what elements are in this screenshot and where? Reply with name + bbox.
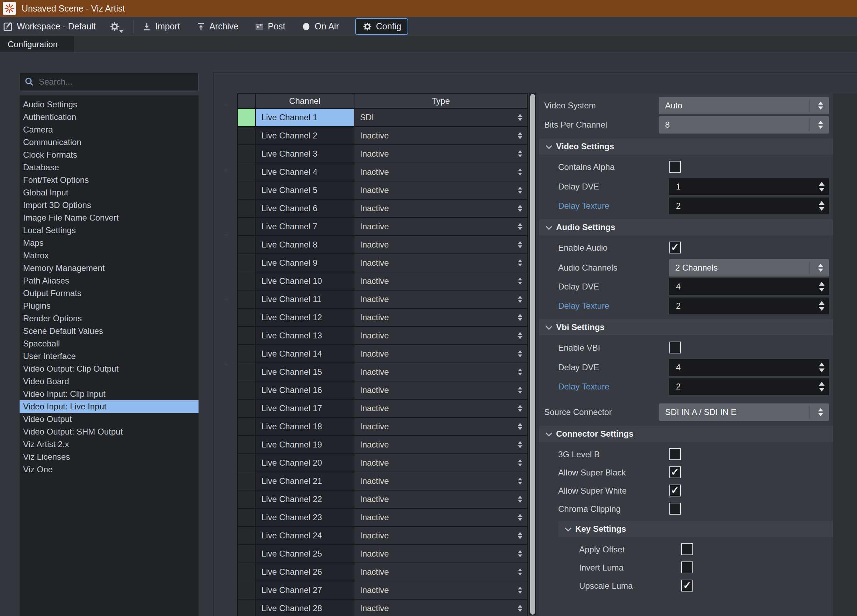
section-header-vbi-settings[interactable]: Vbi Settings [539,319,834,335]
workspace-button[interactable]: Workspace - Default [3,21,96,32]
sidebar-item[interactable]: Viz Licenses [20,450,198,463]
post-button[interactable]: Post [254,21,285,31]
allow-super-white-checkbox[interactable] [669,484,681,497]
table-scrollbar[interactable] [530,94,535,614]
type-select[interactable]: SDI [354,109,527,126]
sidebar-item[interactable]: Viz One [20,463,198,476]
upscale-luma-checkbox[interactable] [681,580,693,591]
video-system-dropdown[interactable]: Auto [659,97,829,115]
type-select[interactable]: Inactive [354,309,527,326]
channel-cell[interactable]: Live Channel 4 [256,163,354,181]
chroma-clipping-checkbox[interactable] [669,503,681,515]
import-button[interactable]: Import [142,21,180,31]
tab-configuration[interactable]: Configuration [0,36,74,53]
type-select[interactable]: Inactive [354,272,527,290]
channel-cell[interactable]: Live Channel 6 [256,200,354,217]
sidebar-item[interactable]: Communication [20,136,198,149]
channel-cell[interactable]: Live Channel 18 [256,418,354,435]
sidebar-item[interactable]: Audio Settings [20,98,198,111]
type-select[interactable]: Inactive [354,345,527,362]
channel-cell[interactable]: Live Channel 5 [256,181,354,199]
channel-cell[interactable]: Live Channel 27 [256,581,354,599]
sidebar-item[interactable]: Render Options [20,312,198,325]
type-select[interactable]: Inactive [354,163,527,181]
channel-cell[interactable]: Live Channel 3 [256,145,354,163]
delay-dve-spinner[interactable]: 4 [669,359,829,376]
sidebar-item[interactable]: Clock Formats [20,149,198,161]
sidebar-item[interactable]: Path Aliases [20,274,198,287]
delay-dve-spinner[interactable]: 1 [669,178,829,195]
config-button[interactable]: Config [355,18,408,35]
section-header-audio-settings[interactable]: Audio Settings [539,219,834,235]
type-select[interactable]: Inactive [354,436,527,453]
channel-cell[interactable]: Live Channel 28 [256,600,354,616]
channel-cell[interactable]: Live Channel 13 [256,327,354,344]
channel-cell[interactable]: Live Channel 24 [256,527,354,544]
channel-cell[interactable]: Live Channel 8 [256,236,354,254]
sidebar-item[interactable]: Import 3D Options [20,199,198,212]
allow-super-black-checkbox[interactable] [669,466,681,478]
sidebar-item-selected[interactable]: Video Input: Live Input [20,400,198,413]
type-select[interactable]: Inactive [354,472,527,490]
splitter-handle[interactable] [225,105,227,384]
sidebar-item[interactable]: Global Input [20,186,198,199]
channel-cell[interactable]: Live Channel 22 [256,491,354,508]
search-input[interactable] [39,77,194,87]
channel-cell[interactable]: Live Channel 17 [256,399,354,417]
workspace-settings-button[interactable] [109,21,124,32]
channel-cell[interactable]: Live Channel 12 [256,309,354,326]
channel-cell[interactable]: Live Channel 2 [256,127,354,144]
section-header-video-settings[interactable]: Video Settings [539,138,834,155]
channel-cell[interactable]: Live Channel 21 [256,472,354,490]
channel-cell[interactable]: Live Channel 7 [256,218,354,235]
type-select[interactable]: Inactive [354,291,527,308]
sidebar-item[interactable]: Camera [20,124,198,136]
sidebar-item[interactable]: Video Output [20,413,198,426]
type-select[interactable]: Inactive [354,545,527,562]
3g-level-b-checkbox[interactable] [669,448,681,460]
channel-cell[interactable]: Live Channel 11 [256,291,354,308]
type-select[interactable]: Inactive [354,254,527,272]
audio-channels-dropdown[interactable]: 2 Channels [669,259,829,277]
section-header-connector-settings[interactable]: Connector Settings [539,426,834,442]
enable-vbi-checkbox[interactable] [669,342,681,353]
channel-cell[interactable]: Live Channel 9 [256,254,354,272]
type-select[interactable]: Inactive [354,236,527,254]
sidebar-item[interactable]: Memory Management [20,262,198,274]
sidebar-item[interactable]: Local Settings [20,224,198,237]
type-select[interactable]: Inactive [354,509,527,526]
sidebar-item[interactable]: Plugins [20,300,198,312]
channel-cell[interactable]: Live Channel 23 [256,509,354,526]
archive-button[interactable]: Archive [196,21,238,31]
channel-cell[interactable]: Live Channel 26 [256,563,354,581]
on-air-button[interactable]: On Air [301,21,339,31]
type-select[interactable]: Inactive [354,381,527,399]
sidebar-item[interactable]: Scene Default Values [20,325,198,337]
bits-per-channel-dropdown[interactable]: 8 [659,116,829,133]
type-select[interactable]: Inactive [354,363,527,381]
type-select[interactable]: Inactive [354,327,527,344]
sidebar-item[interactable]: User Interface [20,350,198,362]
sidebar-item[interactable]: Video Output: SHM Output [20,426,198,438]
channel-cell[interactable]: Live Channel 16 [256,381,354,399]
sidebar-item[interactable]: Image File Name Convert [20,212,198,224]
sidebar-item[interactable]: Matrox [20,249,198,262]
channel-cell[interactable]: Live Channel 20 [256,454,354,472]
channel-cell[interactable]: Live Channel 25 [256,545,354,562]
delay-texture-spinner[interactable]: 2 [669,378,829,395]
type-select[interactable]: Inactive [354,145,527,163]
type-select[interactable]: Inactive [354,218,527,235]
delay-dve-spinner[interactable]: 4 [669,278,829,295]
delay-texture-spinner[interactable]: 2 [669,297,829,314]
sidebar-item[interactable]: Video Board [20,375,198,388]
section-header-key-settings[interactable]: Key Settings [558,521,834,537]
delay-texture-spinner[interactable]: 2 [669,198,829,214]
contains-alpha-checkbox[interactable] [669,161,681,173]
sidebar-item[interactable]: Maps [20,237,198,249]
type-select[interactable]: Inactive [354,527,527,544]
sidebar-item[interactable]: Output Formats [20,287,198,300]
sidebar-item[interactable]: Authentication [20,111,198,124]
type-select[interactable]: Inactive [354,200,527,217]
type-select[interactable]: Inactive [354,491,527,508]
sidebar-item[interactable]: Video Input: Clip Input [20,388,198,400]
